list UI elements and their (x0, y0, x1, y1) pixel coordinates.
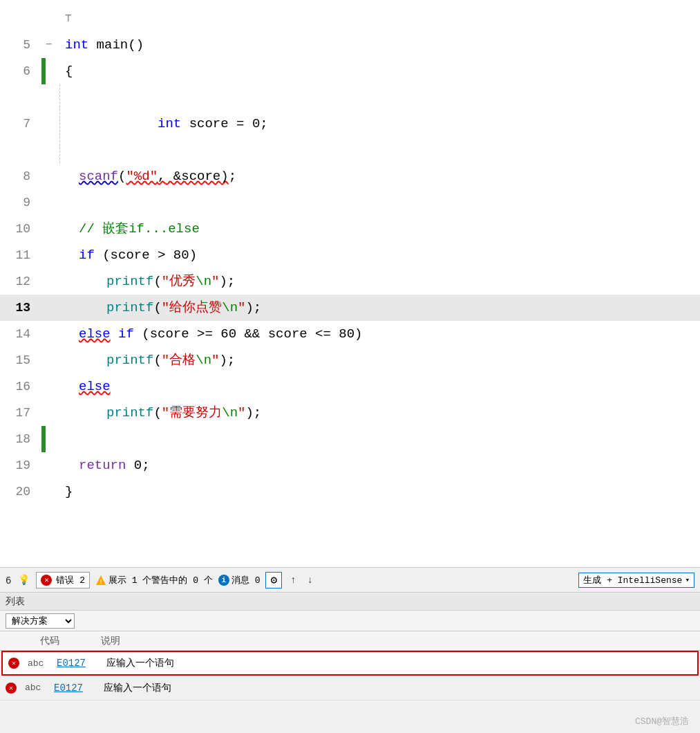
error-label: 错误 2 (56, 574, 85, 586)
line-number-5: 5 (0, 38, 41, 52)
warning-badge: ! 展示 1 个警告中的 0 个 (95, 574, 213, 586)
toolbar-row: 6 💡 ✕ 错误 2 ! 展示 1 个警告中的 0 个 i 消息 0 ⚙ ↑ ↓ (0, 568, 700, 593)
error-circle-icon: ✕ (41, 575, 52, 586)
error-list-header: 代码 说明 (0, 631, 700, 651)
code-line-13: 13 printf("给你点赞\n"); (0, 295, 700, 321)
line-number-14: 14 (0, 327, 41, 341)
error-desc-2: 应输入一个语句 (104, 682, 171, 694)
solution-dropdown[interactable]: 解决方案 (6, 613, 75, 629)
error-filter-btn[interactable]: ✕ 错误 2 (36, 572, 90, 588)
line-number-9: 9 (0, 196, 41, 210)
line-number-13: 13 (0, 301, 41, 315)
line-content-11: if (score > 80) (59, 242, 700, 268)
gen-intellisense-dropdown[interactable]: 生成 + IntelliSense ▾ (578, 573, 694, 588)
code-line-17: 17 printf("需要努力\n"); (0, 400, 700, 426)
error-type-1: abc (28, 658, 48, 669)
message-text: 消息 0 (231, 574, 261, 586)
line-number-18: 18 (0, 432, 41, 446)
fold-5[interactable]: − (46, 39, 59, 51)
error-icon-1: ✕ (8, 658, 19, 669)
code-line-11: 11 if (score > 80) (0, 242, 700, 268)
filter-icon: ⚙ (270, 573, 277, 587)
code-line-10: 10 // 嵌套if...else (0, 216, 700, 242)
down-arrow-btn[interactable]: ↓ (305, 573, 316, 587)
code-editor: ⊤ 5 − int main() 6 { 7 (0, 0, 700, 567)
gen-intellisense-label: 生成 + IntelliSense (583, 574, 682, 586)
info-badge: i 消息 0 (218, 574, 261, 586)
warning-triangle-icon: ! (95, 575, 106, 586)
code-line-20: 20 } (0, 479, 700, 505)
line-content-19: return 0; (59, 452, 700, 479)
line-number-20: 20 (0, 485, 41, 499)
col-code-header: 代码 (40, 635, 59, 647)
line-content-5: int main() (59, 32, 700, 58)
line-number-11: 11 (0, 248, 41, 262)
error-row-1: ✕ abc E0127 应输入一个语句 (1, 651, 699, 676)
code-line-9: 9 (0, 189, 700, 216)
line-content-14: else if (score >= 60 && score <= 80) (59, 321, 700, 347)
solution-row: 解决方案 (0, 611, 700, 631)
code-line-7: 7 int score = 0; (0, 84, 700, 163)
svg-text:!: ! (99, 579, 102, 586)
col-desc-header: 说明 (101, 635, 120, 647)
line-number-7: 7 (0, 117, 41, 131)
error-code-1: E0127 (57, 658, 98, 669)
error-type-2: abc (25, 683, 46, 693)
line-content-20: } (59, 479, 700, 505)
error-desc-1: 应输入一个语句 (106, 657, 174, 669)
code-line-14: 14 else if (score >= 60 && score <= 80) (0, 321, 700, 347)
line-content-12: printf("优秀\n"); (59, 268, 700, 295)
line-number-12: 12 (0, 275, 41, 288)
bottom-panel: 6 💡 ✕ 错误 2 ! 展示 1 个警告中的 0 个 i 消息 0 ⚙ ↑ ↓ (0, 567, 700, 733)
line-content-13: printf("给你点赞\n"); (59, 295, 700, 321)
line-number-10: 10 (0, 222, 41, 236)
line-content-17: printf("需要努力\n"); (59, 400, 700, 426)
bulb-icon: 💡 (17, 573, 30, 587)
line-content-10: // 嵌套if...else (59, 216, 700, 242)
error-icon-2: ✕ (6, 683, 17, 694)
line-number-17: 17 (0, 406, 41, 420)
code-line-19: 19 return 0; (0, 452, 700, 479)
filter-dropdown[interactable]: ⚙ (265, 572, 282, 588)
code-line-18: 18 (0, 426, 700, 452)
error-row-2: ✕ abc E0127 应输入一个语句 (0, 676, 700, 700)
line-number-8: 8 (0, 169, 41, 183)
error-code-2: E0127 (54, 683, 95, 694)
up-arrow-btn[interactable]: ↑ (287, 573, 299, 587)
line-number-15: 15 (0, 353, 41, 367)
code-line-top: ⊤ (0, 6, 700, 32)
line-content-7: int score = 0; (59, 84, 700, 163)
line-number-16: 16 (0, 380, 41, 393)
code-line-16: 16 else (0, 373, 700, 400)
code-line-12: 12 printf("优秀\n"); (0, 268, 700, 295)
line-content-6: { (59, 58, 700, 84)
line-content-15: printf("合格\n"); (59, 347, 700, 373)
watermark: CSDN@智慧浩 (635, 715, 689, 727)
code-line-8: 8 scanf("%d", &score); (0, 163, 700, 189)
code-line-6: 6 { (0, 58, 700, 84)
green-bar-6 (41, 58, 46, 84)
chevron-down-icon: ▾ (685, 575, 690, 584)
panel-title-row: 列表 (0, 593, 700, 611)
green-bar-18 (41, 426, 46, 452)
line-content-top: ⊤ (59, 6, 700, 32)
code-line-15: 15 printf("合格\n"); (0, 347, 700, 373)
info-circle-icon: i (218, 575, 229, 586)
toolbar-line-num: 6 (6, 575, 11, 586)
line-number-6: 6 (0, 64, 41, 78)
line-content-16: else (59, 373, 700, 400)
code-line-5: 5 − int main() (0, 32, 700, 58)
line-content-8: scanf("%d", &score); (59, 163, 700, 189)
panel-title: 列表 (6, 595, 25, 608)
code-area: ⊤ 5 − int main() 6 { 7 (0, 0, 700, 505)
line-number-19: 19 (0, 458, 41, 472)
warning-text: 展示 1 个警告中的 0 个 (108, 574, 213, 586)
